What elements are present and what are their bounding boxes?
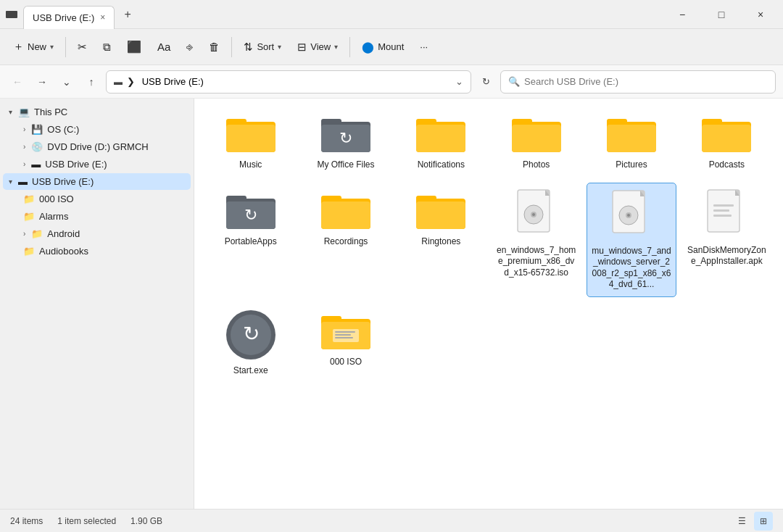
forward-button[interactable]: →	[32, 72, 52, 92]
view-button[interactable]: ⊟ View ▾	[290, 34, 345, 60]
folder-icon-ringtones	[415, 188, 467, 232]
maximize-button[interactable]: □	[705, 3, 738, 26]
new-button[interactable]: ＋ New ▾	[6, 34, 61, 60]
address-box[interactable]: ▬ ❯ USB Drive (E:) ⌄	[106, 70, 471, 93]
address-path: ❯	[127, 76, 138, 87]
file-name-sandisk-apk: SanDiskMemoryZone_AppInstaller.apk	[687, 245, 766, 267]
file-item-start-exe[interactable]: ↻ Start.exe	[206, 303, 295, 383]
file-item-ringtones[interactable]: Ringtones	[397, 183, 486, 297]
rename-button[interactable]: Aa	[150, 34, 178, 60]
paste-icon: ⬛	[127, 40, 141, 54]
sidebar-item-android[interactable]: › 📁 Android	[3, 225, 191, 242]
sidebar-item-000iso[interactable]: 📁 000 ISO	[3, 191, 191, 207]
selected-count: 1 item selected	[57, 516, 116, 526]
file-item-sandisk-apk[interactable]: SanDiskMemoryZone_AppInstaller.apk	[682, 183, 771, 297]
sidebar: ▾ 💻 This PC › 💾 OS (C:) › 💿 DVD Drive (D…	[0, 99, 194, 509]
tab-title: USB Drive (E:)	[33, 12, 94, 23]
sidebar-item-label: 000 ISO	[39, 194, 74, 204]
more-icon: ···	[420, 41, 428, 52]
folder-icon-myofficefiles: ↻	[320, 112, 372, 155]
folder-icon-photos	[510, 112, 563, 155]
sort-button[interactable]: ⇅ Sort ▾	[236, 34, 289, 60]
sidebar-item-os-c[interactable]: › 💾 OS (C:)	[3, 121, 191, 138]
sidebar-item-this-pc[interactable]: ▾ 💻 This PC	[3, 104, 191, 120]
address-path-text: USB Drive (E:)	[142, 76, 204, 87]
sidebar-item-alarms[interactable]: 📁 Alarms	[3, 208, 191, 225]
folder-icon-000iso	[320, 309, 372, 352]
sidebar-item-label: OS (C:)	[47, 124, 79, 135]
iso-file-icon	[515, 188, 558, 241]
window-controls: − □ ×	[666, 3, 777, 26]
file-item-recordings[interactable]: Recordings	[301, 183, 390, 297]
file-item-podcasts[interactable]: Podcasts	[682, 106, 771, 177]
toolbar: ＋ New ▾ ✂ ⧉ ⬛ Aa ⎆ 🗑 ⇅ Sort ▾ ⊟ View ▾ ⬤…	[0, 29, 783, 65]
file-item-myofficefiles[interactable]: ↻ My Office Files	[301, 106, 390, 177]
file-item-mu-iso[interactable]: mu_windows_7_and_windows_server_2008_r2_…	[587, 183, 676, 297]
svg-rect-13	[512, 125, 561, 152]
svg-point-35	[532, 213, 535, 216]
delete-button[interactable]: 🗑	[202, 34, 227, 60]
svg-rect-10	[416, 125, 465, 152]
file-name-pictures: Pictures	[616, 159, 647, 171]
list-view-button[interactable]: ☰	[732, 512, 751, 531]
file-item-notifications[interactable]: Notifications	[397, 106, 486, 177]
file-name-win7-iso: en_windows_7_home_premium_x86_dvd_x15-65…	[497, 245, 576, 279]
view-label: View	[310, 41, 331, 52]
sidebar-item-usb-e[interactable]: ▾ ▬ USB Drive (E:)	[3, 173, 191, 190]
paste-button[interactable]: ⬛	[120, 34, 149, 60]
svg-text:↻: ↻	[339, 129, 352, 147]
svg-rect-46	[713, 209, 729, 212]
tab-close-button[interactable]: ×	[100, 12, 105, 22]
back-button[interactable]: ←	[7, 72, 28, 92]
mount-icon: ⬤	[362, 41, 374, 54]
file-name-notifications: Notifications	[418, 159, 465, 171]
share-button[interactable]: ⎆	[179, 34, 200, 60]
file-item-music[interactable]: Music	[206, 106, 295, 177]
file-item-photos[interactable]: Photos	[492, 106, 581, 177]
separator-2	[231, 37, 232, 57]
file-name-start-exe: Start.exe	[233, 365, 268, 377]
search-input[interactable]	[524, 76, 768, 87]
new-tab-button[interactable]: +	[117, 4, 138, 25]
more-button[interactable]: ···	[413, 34, 435, 60]
chevron-down-icon: ▾	[9, 108, 12, 116]
view-toggle-buttons: ☰ ⊞	[732, 512, 773, 531]
mount-label: Mount	[378, 41, 404, 52]
up-button[interactable]: ↑	[81, 72, 102, 92]
title-bar: USB Drive (E:) × + − □ ×	[0, 0, 783, 29]
file-name-podcasts: Podcasts	[709, 159, 745, 171]
file-item-pictures[interactable]: Pictures	[587, 106, 676, 177]
cut-button[interactable]: ✂	[70, 34, 94, 60]
active-tab[interactable]: USB Drive (E:) ×	[23, 6, 115, 29]
rename-icon: Aa	[157, 41, 170, 53]
copy-button[interactable]: ⧉	[96, 34, 118, 60]
view-icon: ⊟	[297, 41, 307, 54]
sidebar-item-label: USB Drive (E:)	[45, 159, 107, 170]
sidebar-item-usb-e-under-thispc[interactable]: › ▬ USB Drive (E:)	[3, 156, 191, 173]
svg-rect-56	[335, 334, 351, 336]
sidebar-item-audiobooks[interactable]: 📁 Audiobooks	[3, 243, 191, 259]
cut-icon: ✂	[78, 41, 87, 54]
search-icon: 🔍	[508, 76, 520, 87]
minimize-button[interactable]: −	[666, 3, 699, 26]
file-item-win7-iso[interactable]: en_windows_7_home_premium_x86_dvd_x15-65…	[492, 183, 581, 297]
exe-file-icon: ↻	[225, 309, 277, 361]
grid-view-button[interactable]: ⊞	[754, 512, 773, 531]
recent-button[interactable]: ⌄	[57, 72, 77, 92]
new-label: New	[28, 41, 46, 52]
file-item-000iso-folder[interactable]: 000 ISO	[301, 303, 390, 383]
refresh-button[interactable]: ↻	[476, 72, 496, 92]
file-item-portableapps[interactable]: ↻ PortableApps	[206, 183, 295, 297]
file-area: Music ↻ My Office Files Notific	[194, 99, 783, 509]
close-button[interactable]: ×	[744, 3, 777, 26]
file-name-music: Music	[239, 159, 262, 171]
svg-rect-29	[416, 201, 465, 229]
folder-icon-pictures	[605, 112, 658, 155]
mount-button[interactable]: ⬤ Mount	[355, 34, 411, 60]
svg-text:↻: ↻	[242, 323, 259, 345]
copy-icon: ⧉	[103, 41, 111, 54]
search-box[interactable]: 🔍	[500, 70, 776, 93]
sidebar-item-dvd-d[interactable]: › 💿 DVD Drive (D:) GRMCH	[3, 138, 191, 155]
share-icon: ⎆	[186, 41, 193, 53]
separator-3	[349, 37, 350, 57]
